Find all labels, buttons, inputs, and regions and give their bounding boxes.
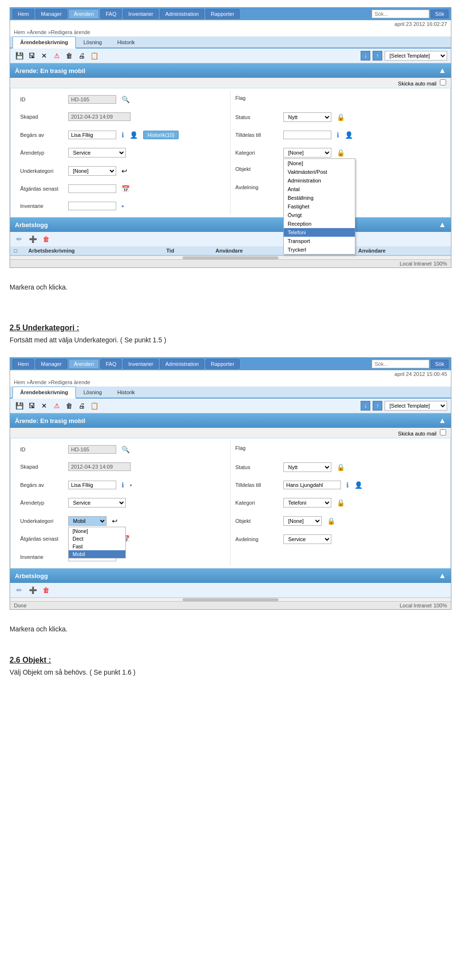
kategori-open-dropdown[interactable]: [None] Vaktmästeri/Post Administration A… (283, 158, 355, 254)
calendar-icon[interactable]: 📅 (121, 185, 130, 193)
scrollbar-thumb[interactable] (182, 256, 279, 259)
arrow-up-btn[interactable]: ↑ (373, 51, 382, 60)
kategori2-select[interactable]: Telefoni (283, 498, 331, 508)
dd-tryckeri[interactable]: Tryckerl (284, 245, 355, 254)
tab-losning[interactable]: Lösning (76, 36, 110, 48)
tilldelas2-person-icon[interactable]: 👤 (354, 481, 363, 489)
subcat-none[interactable]: [None] (69, 527, 125, 535)
subcat-fast[interactable]: Fast (69, 543, 125, 550)
print-icon[interactable]: 🖨 (76, 50, 87, 61)
dd-none[interactable]: [None] (284, 159, 355, 168)
skicka-checkbox[interactable] (440, 79, 446, 85)
floppy2-icon[interactable]: 🖫 (26, 400, 37, 411)
underkategori2-select[interactable]: Mobil (68, 516, 107, 526)
section-toggle-icon[interactable]: ▲ (438, 66, 446, 75)
warning-icon[interactable]: ⚠ (51, 50, 62, 61)
begarts-input[interactable] (68, 131, 116, 139)
dd-reception[interactable]: Reception (284, 219, 355, 228)
dd-fastighet[interactable]: Fastighet (284, 202, 355, 211)
tab2-historik[interactable]: Historik (109, 387, 143, 398)
nav-rapporter[interactable]: Rapporter (206, 9, 240, 19)
template-dropdown-2[interactable]: [Select Template] (385, 401, 447, 411)
section-toggle-icon-2[interactable]: ▲ (438, 416, 446, 425)
dd-telefoni[interactable]: Telefoni (284, 228, 355, 237)
arbetslogg-edit-icon[interactable]: ✏ (14, 234, 24, 244)
delete2-icon[interactable]: 🗑 (64, 400, 74, 411)
template-dropdown[interactable]: [Select Template] (385, 51, 447, 60)
lock2-icon[interactable]: 🔒 (337, 463, 345, 471)
info2-icon[interactable]: ℹ (121, 481, 124, 489)
avdelning2-select[interactable]: Service (283, 534, 331, 544)
skicka-checkbox-2[interactable] (440, 429, 446, 436)
tab-arendebeskrivning[interactable]: Ärendebeskrivning (12, 36, 76, 48)
print2-icon[interactable]: 🖨 (76, 400, 87, 411)
search-button[interactable]: Sök (431, 10, 449, 18)
search-icon[interactable]: 🔍 (121, 96, 130, 103)
copy2-icon[interactable]: 📋 (89, 400, 99, 411)
inventarie-input[interactable] (68, 202, 116, 210)
tilldelas-info-icon[interactable]: ℹ (337, 131, 339, 139)
status-select[interactable]: Nytt (283, 112, 331, 122)
nav-administration[interactable]: Administration (160, 9, 204, 19)
nav-inventarier[interactable]: Inventarier (123, 9, 158, 19)
arbetslogg2-edit-icon[interactable]: ✏ (14, 585, 24, 595)
info-icon[interactable]: ℹ (121, 131, 124, 139)
nav2-manager[interactable]: Manager (36, 359, 67, 369)
arbetslogg-delete-icon[interactable]: 🗑 (41, 234, 51, 244)
tilldelas-person-icon[interactable]: 👤 (345, 131, 353, 139)
dd-antal[interactable]: Antal (284, 185, 355, 194)
kategori2-lock-icon[interactable]: 🔒 (337, 499, 345, 507)
nav2-hem[interactable]: Hem (12, 359, 34, 369)
warning2-icon[interactable]: ⚠ (51, 400, 62, 411)
subcat-dect[interactable]: Dect (69, 535, 125, 543)
arbetslogg-add-icon[interactable]: ➕ (27, 234, 38, 244)
historik-button[interactable]: Historik(10) (143, 131, 179, 139)
nav2-administration[interactable]: Administration (160, 359, 204, 369)
save2-icon[interactable]: 💾 (14, 400, 24, 411)
scrollbar-thumb-2[interactable] (182, 598, 279, 601)
copy-icon[interactable]: 📋 (89, 50, 99, 61)
arrow-up-btn-2[interactable]: ↑ (373, 401, 382, 411)
person-icon[interactable]: 👤 (130, 131, 138, 139)
status2-select[interactable]: Nytt (283, 462, 331, 472)
lock-icon[interactable]: 🔒 (337, 113, 345, 121)
undo-small-icon[interactable]: ↩ (121, 167, 127, 175)
underkategori-open-dropdown[interactable]: [None] Dect Fast Mobil (68, 527, 126, 558)
nav-hem[interactable]: Hem (12, 9, 34, 19)
atgardas-input[interactable] (68, 184, 116, 193)
tilldelas-input[interactable] (283, 131, 331, 139)
kategori-lock-icon[interactable]: 🔒 (337, 149, 345, 157)
delete-icon[interactable]: 🗑 (64, 50, 74, 61)
undo2-icon[interactable]: ✕ (39, 400, 49, 411)
dd-administration[interactable]: Administration (284, 176, 355, 185)
save-icon[interactable]: 💾 (14, 50, 24, 61)
objekt2-lock-icon[interactable]: 🔒 (327, 517, 335, 525)
person2-icon[interactable]: ▪ (130, 481, 132, 489)
floppy-icon[interactable]: 🖫 (26, 50, 37, 61)
begarts2-input[interactable] (68, 481, 116, 489)
dd-transport[interactable]: Transport (284, 237, 355, 245)
nav-manager[interactable]: Manager (36, 9, 67, 19)
dd-vaktmasteri[interactable]: Vaktmästeri/Post (284, 168, 355, 176)
arrow-down-btn[interactable]: ↓ (361, 51, 370, 60)
undo2-small-icon[interactable]: ↩ (112, 517, 118, 525)
nav-faq[interactable]: FAQ (100, 9, 121, 19)
arendetyp2-select[interactable]: Service (68, 498, 126, 508)
tilldelas2-input[interactable] (283, 481, 341, 489)
arrow-down-btn-2[interactable]: ↓ (361, 401, 370, 411)
search-button-2[interactable]: Sök (431, 360, 449, 368)
arendetyp-select[interactable]: Service (68, 148, 126, 157)
arbetslogg-toggle-icon[interactable]: ▲ (438, 220, 446, 229)
arbetslogg-toggle-icon-2[interactable]: ▲ (438, 571, 446, 580)
tilldelas2-info-icon[interactable]: ℹ (346, 481, 349, 489)
nav2-arenden[interactable]: Ärenden (69, 359, 99, 369)
subcat-mobil[interactable]: Mobil (69, 550, 125, 558)
dd-ovrigt[interactable]: Övrigt (284, 211, 355, 219)
nav2-rapporter[interactable]: Rapporter (206, 359, 240, 369)
arbetslogg2-add-icon[interactable]: ➕ (27, 585, 38, 595)
search-input[interactable] (372, 10, 429, 18)
undo-icon[interactable]: ✕ (39, 50, 49, 61)
nav2-faq[interactable]: FAQ (100, 359, 121, 369)
search-input-2[interactable] (372, 360, 429, 368)
kategori-select[interactable]: [None] (283, 148, 331, 157)
